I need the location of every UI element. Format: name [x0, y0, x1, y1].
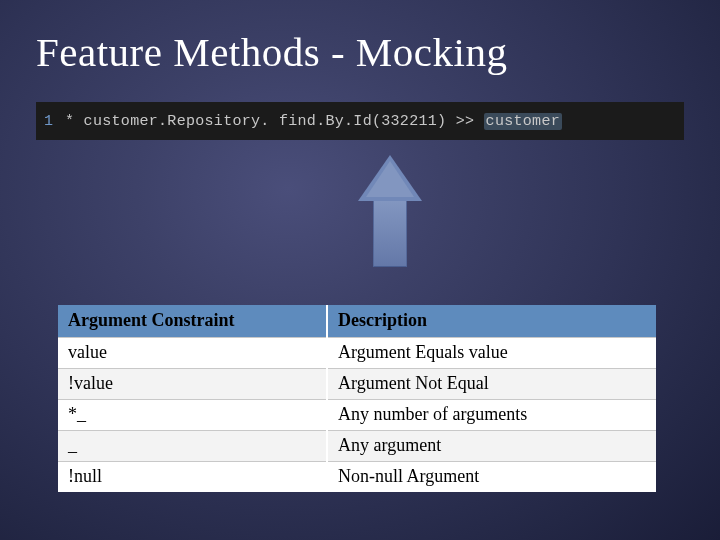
code-highlight: customer [484, 113, 562, 130]
cell-description: Any number of arguments [327, 400, 656, 431]
code-line-number: 1 [44, 113, 53, 130]
code-prefix: * customer.Repository. find.By.Id(332211… [65, 113, 484, 130]
header-constraint: Argument Constraint [58, 305, 327, 338]
cell-description: Argument Not Equal [327, 369, 656, 400]
table-row: !null Non-null Argument [58, 462, 656, 493]
constraints-table: Argument Constraint Description value Ar… [58, 305, 656, 492]
cell-description: Non-null Argument [327, 462, 656, 493]
code-block: 1 * customer.Repository. find.By.Id(3322… [36, 102, 684, 140]
cell-constraint: value [58, 338, 327, 369]
code-text: * customer.Repository. find.By.Id(332211… [65, 113, 562, 130]
page-title: Feature Methods - Mocking [36, 28, 684, 76]
cell-constraint: *_ [58, 400, 327, 431]
header-description: Description [327, 305, 656, 338]
cell-constraint: !null [58, 462, 327, 493]
table-row: _ Any argument [58, 431, 656, 462]
cell-constraint: !value [58, 369, 327, 400]
cell-description: Any argument [327, 431, 656, 462]
slide: Feature Methods - Mocking 1 * customer.R… [0, 0, 720, 540]
table-header-row: Argument Constraint Description [58, 305, 656, 338]
table-row: value Argument Equals value [58, 338, 656, 369]
table-row: *_ Any number of arguments [58, 400, 656, 431]
cell-constraint: _ [58, 431, 327, 462]
table-row: !value Argument Not Equal [58, 369, 656, 400]
cell-description: Argument Equals value [327, 338, 656, 369]
up-arrow-icon [355, 155, 425, 275]
